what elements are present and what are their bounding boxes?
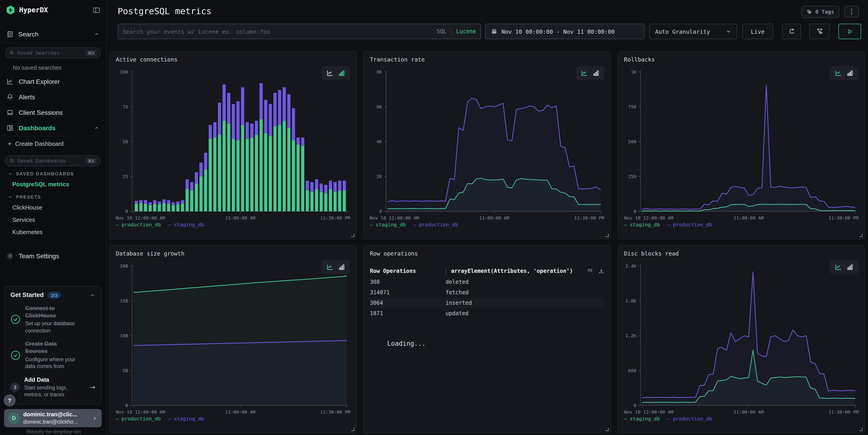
check-circle-icon bbox=[10, 314, 21, 325]
line-chart-icon[interactable] bbox=[835, 70, 842, 76]
chart-canvas[interactable]: 02505007501KNov 10 12:00:00 AM11:00:00 A… bbox=[624, 65, 859, 222]
legend-item-staging_db[interactable]: —staging_db bbox=[370, 222, 406, 228]
table-row[interactable]: 308deleted bbox=[370, 277, 604, 288]
sidebar-item-dashboards[interactable]: Dashboards bbox=[0, 120, 106, 136]
table-row[interactable]: 314071fetched bbox=[370, 288, 604, 298]
event-search-input[interactable]: SQL | Lucene bbox=[118, 24, 481, 39]
saved-dashboards-header[interactable]: SAVED DASHBOARDS bbox=[0, 167, 106, 178]
column-grip[interactable] bbox=[445, 268, 446, 274]
shortcut-badge: ⌘K bbox=[86, 158, 97, 164]
bar-chart-icon[interactable] bbox=[592, 70, 599, 76]
get-started-step-connect[interactable]: Connect to ClickHouse Set up your databa… bbox=[10, 304, 95, 334]
filter-button[interactable] bbox=[809, 24, 830, 39]
bar-chart-icon[interactable] bbox=[339, 70, 345, 76]
event-search-field[interactable] bbox=[123, 28, 433, 35]
chevron-up-icon[interactable] bbox=[90, 292, 95, 298]
svg-text:2K: 2K bbox=[377, 174, 382, 179]
preset-item-services[interactable]: Services bbox=[0, 214, 106, 226]
svg-text:75: 75 bbox=[123, 104, 128, 109]
create-dashboard-button[interactable]: + Create Dashboard bbox=[0, 136, 106, 151]
gear-icon bbox=[6, 252, 14, 260]
panel-row-operations: Row operations Row Operations arrayEleme… bbox=[364, 245, 611, 433]
sidebar-item-client-sessions[interactable]: Client Sessions bbox=[0, 105, 106, 120]
resize-handle[interactable] bbox=[859, 234, 863, 237]
svg-text:6K: 6K bbox=[377, 104, 382, 109]
legend-item-staging_db[interactable]: —staging_db bbox=[624, 222, 660, 228]
legend-item-production_db[interactable]: —production_db bbox=[116, 222, 161, 228]
bar-chart-icon[interactable] bbox=[846, 70, 854, 76]
column-header-row-operations[interactable]: Row Operations bbox=[370, 268, 445, 274]
table-row[interactable]: 1871updated bbox=[370, 308, 604, 319]
chart-canvas[interactable]: 02K4K6K8KNov 10 12:00:00 AM11:00:00 AM11… bbox=[370, 65, 604, 222]
saved-searches-field[interactable] bbox=[17, 50, 83, 56]
play-icon bbox=[846, 28, 853, 35]
legend-item-production_db[interactable]: —production_db bbox=[667, 222, 712, 228]
tags-button[interactable]: 0 Tags bbox=[802, 6, 839, 18]
refresh-button[interactable] bbox=[782, 24, 801, 39]
collapse-sidebar-icon[interactable] bbox=[93, 6, 100, 14]
granularity-select[interactable]: Auto Granularity bbox=[649, 24, 737, 39]
tags-label: 0 Tags bbox=[815, 9, 834, 15]
line-chart-icon[interactable] bbox=[327, 264, 334, 271]
chart-type-toggle bbox=[830, 260, 859, 274]
legend-item-production_db[interactable]: —production_db bbox=[667, 416, 712, 422]
legend-item-staging_db[interactable]: —staging_db bbox=[168, 222, 204, 228]
get-started-step-add-data[interactable]: 3 Add Data Start sending logs, metrics, … bbox=[10, 376, 95, 399]
query-language-toggle[interactable]: SQL | Lucene bbox=[433, 28, 476, 35]
table-rows-icon[interactable] bbox=[587, 268, 593, 274]
bar-chart-icon[interactable] bbox=[339, 264, 345, 271]
help-button[interactable]: ? bbox=[4, 395, 16, 406]
step-title: Add Data bbox=[24, 376, 86, 383]
legend-item-production_db[interactable]: —production_db bbox=[116, 416, 161, 422]
live-button[interactable]: Live bbox=[742, 24, 773, 39]
legend-item-production_db[interactable]: —production_db bbox=[413, 222, 458, 228]
resize-handle[interactable] bbox=[351, 428, 354, 431]
live-label: Live bbox=[751, 28, 765, 35]
column-header-operation[interactable]: arrayElement(Attributes, 'operation') bbox=[451, 268, 587, 274]
resize-handle[interactable] bbox=[605, 428, 609, 431]
run-query-button[interactable] bbox=[838, 24, 861, 39]
lucene-toggle[interactable]: Lucene bbox=[456, 28, 476, 35]
svg-text:5B: 5B bbox=[123, 368, 128, 373]
get-started-step-sources[interactable]: Create Data Sources Configure where your… bbox=[10, 340, 95, 370]
cell-operation: fetched bbox=[445, 288, 604, 298]
sidebar-item-alerts[interactable]: Alerts bbox=[0, 89, 106, 105]
line-chart-icon[interactable] bbox=[581, 70, 587, 76]
saved-dashboards-field[interactable] bbox=[17, 158, 83, 164]
chart-canvas[interactable]: 05B10B15B20BNov 10 12:00:00 AM11:00:00 A… bbox=[116, 259, 350, 416]
dashboard-grid: Active connections 0255075100Nov 10 12:0… bbox=[110, 51, 865, 433]
resize-handle[interactable] bbox=[351, 234, 354, 237]
chart-canvas[interactable]: 0255075100Nov 10 12:00:00 AM11:00:00 AM1… bbox=[116, 65, 350, 222]
sidebar-item-team-settings[interactable]: Team Settings bbox=[0, 248, 106, 264]
panel-disc-blocks-read: Disc blocks read 06001.2K1.8K2.4KNov 10 … bbox=[618, 245, 865, 433]
line-chart-icon[interactable] bbox=[835, 264, 842, 271]
chart-explorer-icon bbox=[6, 78, 14, 85]
sidebar-section-search[interactable]: Search bbox=[0, 26, 106, 42]
line-chart-icon[interactable] bbox=[327, 70, 334, 76]
cell-value: 3064 bbox=[370, 298, 445, 308]
date-range-picker[interactable]: Nov 10 00:00:00 - Nov 11 00:00:00 bbox=[485, 24, 645, 39]
preset-item-clickhouse[interactable]: ClickHouse bbox=[0, 201, 106, 214]
saved-searches-input[interactable]: ⌘K bbox=[5, 47, 101, 58]
sidebar-item-chart-explorer[interactable]: Chart Explorer bbox=[0, 74, 106, 89]
download-icon[interactable] bbox=[598, 268, 604, 274]
legend-item-staging_db[interactable]: —staging_db bbox=[168, 416, 204, 422]
chart-canvas[interactable]: 06001.2K1.8K2.4KNov 10 12:00:00 AM11:00:… bbox=[624, 259, 859, 416]
bar-chart-icon[interactable] bbox=[846, 264, 854, 271]
dashboard-item-postgresql-metrics[interactable]: PostgreSQL metrics bbox=[0, 178, 106, 191]
sql-toggle[interactable]: SQL bbox=[436, 28, 446, 35]
saved-dashboards-input[interactable]: ⌘K bbox=[5, 155, 101, 166]
panel-transaction-rate: Transaction rate 02K4K6K8KNov 10 12:00:0… bbox=[364, 51, 611, 239]
user-account-card[interactable]: D dominic.tran@clic... dominic.tran@clic… bbox=[4, 409, 102, 427]
table-row[interactable]: 3064inserted bbox=[370, 298, 604, 308]
cell-operation: updated bbox=[445, 308, 604, 319]
legend-item-staging_db[interactable]: —staging_db bbox=[624, 416, 660, 422]
preset-item-kubernetes[interactable]: Kubernetes bbox=[0, 226, 106, 238]
get-started-progress-badge: 2/3 bbox=[48, 291, 61, 299]
resize-handle[interactable] bbox=[859, 428, 863, 431]
dashboard-menu-button[interactable] bbox=[844, 6, 859, 17]
resize-handle[interactable] bbox=[605, 234, 609, 237]
sidebar-item-label: Dashboards bbox=[19, 124, 89, 132]
presets-header[interactable]: PRESETS bbox=[0, 191, 106, 201]
chart-legend: —staging_db—production_db bbox=[624, 416, 859, 422]
